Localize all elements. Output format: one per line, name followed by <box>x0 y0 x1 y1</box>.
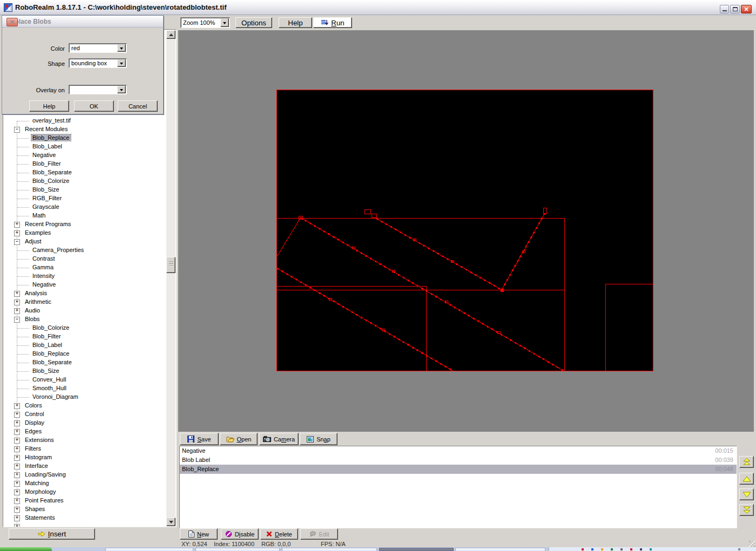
dialog-close-button[interactable]: ✕ <box>6 18 18 26</box>
image-canvas[interactable] <box>178 30 756 432</box>
expand-icon[interactable]: + <box>14 507 20 513</box>
tray-icon[interactable] <box>640 548 642 550</box>
tree-item-blob-label[interactable]: Blob_Label <box>3 341 158 350</box>
open-button[interactable]: Open <box>220 433 258 445</box>
scroll-down-button[interactable] <box>166 518 176 526</box>
disable-button[interactable]: Disable <box>221 528 259 540</box>
color-select[interactable]: red <box>69 43 127 53</box>
camera-button[interactable]: Camera <box>259 433 299 445</box>
zoom-select[interactable]: Zoom 100% <box>180 17 230 28</box>
tree-item-colors[interactable]: +Colors <box>3 402 158 410</box>
tray-icon[interactable] <box>611 548 613 550</box>
expand-icon[interactable]: + <box>14 291 20 297</box>
tree-item-arithmetic[interactable]: +Arithmetic <box>3 298 158 307</box>
tree-item-blob-size[interactable]: Blob_Size <box>3 367 158 376</box>
tray-icon[interactable] <box>630 548 632 550</box>
tree-item-contrast[interactable]: Contrast <box>3 255 158 263</box>
tree-item-blob-replace[interactable]: Blob_Replace <box>3 134 158 142</box>
move-bottom-button[interactable] <box>739 504 754 516</box>
dialog-ok-button[interactable]: OK <box>74 100 114 112</box>
tree-item-filters[interactable]: +Filters <box>3 445 158 453</box>
expand-icon[interactable]: + <box>14 300 20 305</box>
tree-item-adjust[interactable]: −Adjust <box>3 237 158 246</box>
collapse-icon[interactable]: − <box>14 317 20 323</box>
start-button[interactable] <box>0 547 52 551</box>
tree-item-display[interactable]: +Display <box>3 419 158 427</box>
move-up-button[interactable] <box>739 473 754 485</box>
tree-item-intensity[interactable]: Intensity <box>3 272 158 281</box>
scroll-up-button[interactable] <box>166 30 176 39</box>
tree-item-blob-colorize[interactable]: Blob_Colorize <box>3 324 158 332</box>
tree-item-edges[interactable]: +Edges <box>3 427 158 436</box>
pipeline-row[interactable]: Negative00:015 <box>180 446 737 455</box>
color-dropdown-button[interactable] <box>117 44 126 52</box>
dialog-title-bar[interactable]: Replace Blobs ✕ <box>2 16 163 28</box>
tree-item-analysis[interactable]: +Analysis <box>3 289 158 298</box>
maximize-button[interactable] <box>730 5 740 13</box>
pipeline-row[interactable]: Blob_Replace00:048 <box>180 465 737 474</box>
move-down-button[interactable] <box>739 488 754 500</box>
dialog-help-button[interactable]: Help <box>29 100 69 112</box>
overlay-dropdown-button[interactable] <box>117 86 126 93</box>
edit-button[interactable]: Edit <box>300 528 338 540</box>
tree-item-math[interactable]: Math <box>3 212 158 220</box>
expand-icon[interactable]: + <box>14 420 20 426</box>
tree-item-convex-hull[interactable]: Convex_Hull <box>3 376 158 384</box>
tree-item-audio[interactable]: +Audio <box>3 307 158 315</box>
tree-item-recent-programs[interactable]: +Recent Programs <box>3 220 158 229</box>
expand-icon[interactable]: + <box>14 455 20 461</box>
tree-item-smooth-hull[interactable]: Smooth_Hull <box>3 384 158 393</box>
expand-icon[interactable]: + <box>14 524 20 527</box>
tray-icon[interactable] <box>650 548 652 550</box>
taskbar-task-button[interactable] <box>195 548 280 551</box>
resize-grip-icon[interactable] <box>749 541 755 547</box>
tree-item-point-features[interactable]: +Point Features <box>3 496 158 505</box>
tree-item-rgb-filter[interactable]: RGB_Filter <box>3 194 158 203</box>
taskbar-task-button[interactable] <box>282 548 377 551</box>
dialog-cancel-button[interactable]: Cancel <box>118 100 158 112</box>
expand-icon[interactable]: + <box>14 515 20 521</box>
tree-item-blob-size[interactable]: Blob_Size <box>3 186 158 194</box>
collapse-icon[interactable]: − <box>14 127 20 133</box>
tree-item-statements[interactable]: +Statements <box>3 514 158 522</box>
shape-select[interactable]: bounding box <box>69 58 127 68</box>
expand-icon[interactable]: + <box>14 464 20 470</box>
tree-item-extensions[interactable]: +Extensions <box>3 436 158 445</box>
tree-item-morphology[interactable]: +Morphology <box>3 488 158 496</box>
new-button[interactable]: New <box>180 528 218 540</box>
expand-icon[interactable]: + <box>14 489 20 495</box>
taskbar-task-button[interactable] <box>105 548 193 551</box>
scroll-thumb[interactable] <box>166 257 176 273</box>
tray-icon[interactable] <box>591 548 593 550</box>
tree-item-blob-separate[interactable]: Blob_Separate <box>3 168 158 177</box>
delete-button[interactable]: Delete <box>260 528 298 540</box>
tree-item-control[interactable]: +Control <box>3 410 158 419</box>
expand-icon[interactable]: + <box>14 222 20 228</box>
tree-scrollbar[interactable] <box>166 30 176 526</box>
tree-item-blob-replace[interactable]: Blob_Replace <box>3 350 158 358</box>
tree-item-examples[interactable]: +Examples <box>3 229 158 237</box>
tray-icon[interactable] <box>738 548 740 550</box>
close-button[interactable]: ✕ <box>741 5 752 13</box>
tray-icon[interactable] <box>620 548 623 550</box>
expand-icon[interactable]: + <box>14 403 20 409</box>
tree-item-blob-separate[interactable]: Blob_Separate <box>3 358 158 367</box>
help-button[interactable]: Help <box>279 17 312 28</box>
tree-item-interface[interactable]: +Interface <box>3 462 158 471</box>
tree-item-negative[interactable]: Negative <box>3 281 158 289</box>
tree-item-negative[interactable]: Negative <box>3 151 158 160</box>
expand-icon[interactable]: + <box>14 230 20 236</box>
expand-icon[interactable]: + <box>14 472 20 478</box>
run-button[interactable]: Run <box>313 17 352 28</box>
zoom-dropdown-button[interactable] <box>220 18 229 27</box>
expand-icon[interactable]: + <box>14 438 20 444</box>
insert-button[interactable]: Insert <box>9 528 95 540</box>
tree-item-loading-saving[interactable]: +Loading/Saving <box>3 471 158 479</box>
shape-dropdown-button[interactable] <box>117 59 126 67</box>
tray-icon[interactable] <box>582 548 584 550</box>
tree-item-blobs[interactable]: −Blobs <box>3 315 158 324</box>
expand-icon[interactable]: + <box>14 412 20 418</box>
tree-item-camera-properties[interactable]: Camera_Properties <box>3 246 158 255</box>
taskbar-task-button[interactable] <box>455 548 545 551</box>
tree-item-shapes[interactable]: +Shapes <box>3 505 158 514</box>
